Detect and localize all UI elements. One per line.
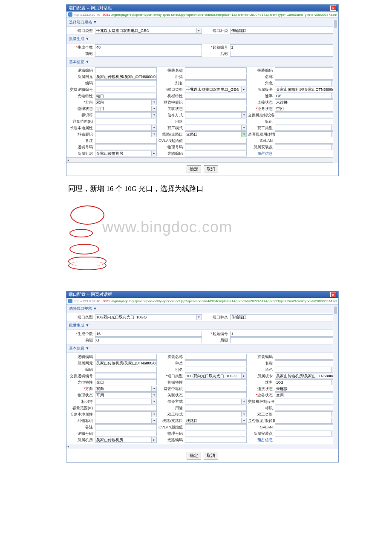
conn-state-input[interactable]: [275, 386, 337, 392]
start-no-input[interactable]: [230, 44, 337, 50]
chevron-down-icon[interactable]: ▾: [242, 411, 247, 417]
cancel-button[interactable]: 取消: [204, 165, 218, 173]
nms-tag-input[interactable]: [185, 386, 247, 392]
switch-ctrl-input[interactable]: [275, 112, 337, 118]
lookup-icon[interactable]: ▸: [152, 150, 157, 156]
svlan-input[interactable]: [275, 138, 337, 144]
splice-name-input[interactable]: [185, 354, 247, 360]
err-tag-input[interactable]: [95, 418, 152, 424]
code-input[interactable]: [95, 367, 157, 373]
owner-room-input[interactable]: [95, 437, 152, 443]
chevron-down-icon[interactable]: ▾: [152, 399, 157, 405]
rel-state-input[interactable]: [185, 106, 247, 112]
install-pt-input[interactable]: [275, 431, 331, 436]
reuse-attr-input[interactable]: [275, 131, 331, 137]
identifier-input[interactable]: [95, 399, 152, 405]
chevron-down-icon[interactable]: ▾: [197, 314, 202, 320]
port-type-input[interactable]: [95, 28, 197, 34]
h-scrollbar[interactable]: ◂▸: [66, 157, 338, 162]
usage-input[interactable]: [185, 405, 247, 411]
phy-state-input[interactable]: [95, 392, 152, 398]
cancel-button[interactable]: 取消: [204, 452, 218, 460]
cvlan-input[interactable]: [185, 138, 247, 144]
lookup-icon[interactable]: ▸: [242, 87, 247, 92]
v-scrollbar[interactable]: [333, 306, 338, 449]
section-batch[interactable]: 批量生成 ▼: [66, 35, 338, 43]
biz-state-input[interactable]: [275, 392, 337, 398]
switch-ctrl-input[interactable]: [275, 399, 337, 405]
name-input[interactable]: [275, 360, 337, 366]
ok-button[interactable]: 确定: [187, 452, 201, 460]
logic-no-input[interactable]: [95, 431, 157, 436]
lookup-icon[interactable]: ▸: [242, 373, 247, 379]
long-local-input[interactable]: [95, 411, 152, 417]
direction-input[interactable]: [95, 99, 152, 105]
logic-code-input[interactable]: [95, 67, 157, 73]
splice-name-input[interactable]: [185, 67, 247, 73]
port-type-input[interactable]: [95, 314, 197, 320]
chevron-down-icon[interactable]: ▾: [152, 411, 157, 417]
tag-input[interactable]: [275, 405, 337, 411]
rate-input[interactable]: [275, 379, 331, 385]
long-local-input[interactable]: [95, 125, 152, 131]
cap-range-input[interactable]: [95, 119, 157, 124]
usage-input[interactable]: [185, 119, 247, 124]
port-type2-input[interactable]: [185, 373, 242, 379]
prefix-input[interactable]: [95, 337, 202, 343]
chevron-down-icon[interactable]: ▾: [242, 131, 247, 137]
kind-input[interactable]: [185, 74, 247, 80]
logic-code-input[interactable]: [95, 354, 157, 360]
code-input[interactable]: [95, 80, 157, 86]
chevron-down-icon[interactable]: ▾: [152, 392, 157, 398]
switch-logic-input[interactable]: [95, 87, 157, 92]
splice-code-input[interactable]: [275, 67, 337, 73]
mech-char-input[interactable]: [185, 93, 247, 99]
oe-char-input[interactable]: [95, 379, 157, 385]
chevron-down-icon[interactable]: ▾: [152, 106, 157, 112]
section-basic[interactable]: 基本信息 ▼: [66, 58, 338, 66]
gen-count-input[interactable]: [95, 44, 202, 50]
port-type2-input[interactable]: [185, 87, 242, 92]
section-batch[interactable]: 批量生成 ▼: [66, 321, 338, 330]
rel-state-input[interactable]: [185, 392, 247, 398]
chevron-down-icon[interactable]: ▾: [152, 386, 157, 392]
cvlan-input[interactable]: [185, 424, 247, 430]
conn-state-input[interactable]: [275, 99, 337, 105]
owner-ne-input[interactable]: [95, 74, 157, 80]
splice-code-input[interactable]: [275, 354, 337, 360]
mech-char-input[interactable]: [185, 379, 247, 385]
chevron-down-icon[interactable]: ▾: [242, 125, 247, 131]
optical-code-input[interactable]: [185, 437, 247, 443]
cap-range-input[interactable]: [95, 405, 157, 411]
line-branch-input[interactable]: [185, 131, 242, 137]
owner-ne-input[interactable]: [95, 360, 157, 366]
chevron-down-icon[interactable]: ▾: [197, 28, 202, 34]
alias-input[interactable]: [185, 80, 247, 86]
prefix-input[interactable]: [95, 51, 202, 57]
lookup-icon[interactable]: ▸: [152, 437, 157, 443]
section-port-spec[interactable]: 选择端口规格 ▼: [66, 304, 338, 313]
chevron-down-icon[interactable]: ▾: [152, 125, 157, 131]
reuse-attr-input[interactable]: [275, 418, 331, 424]
port-kind-input[interactable]: [230, 314, 337, 320]
name-input[interactable]: [275, 74, 337, 80]
port-kind-input[interactable]: [230, 28, 337, 34]
close-icon[interactable]: ✕: [330, 292, 336, 297]
sig-mode-input[interactable]: [185, 112, 242, 118]
duplex-input[interactable]: [185, 411, 242, 417]
chevron-down-icon[interactable]: ▾: [152, 99, 157, 105]
switch-logic-input[interactable]: [95, 373, 157, 379]
install-pt-input[interactable]: [275, 144, 331, 150]
arrow-left-icon[interactable]: ◂: [67, 445, 69, 448]
role-input[interactable]: [275, 80, 331, 86]
start-no-input[interactable]: [230, 331, 337, 337]
v-scrollbar[interactable]: [333, 19, 338, 163]
chevron-down-icon[interactable]: ▾: [242, 112, 247, 118]
identifier-input[interactable]: [95, 112, 152, 118]
section-basic[interactable]: 基本信息 ▼: [66, 344, 338, 353]
chevron-down-icon[interactable]: ▾: [242, 418, 247, 424]
chevron-down-icon[interactable]: ▾: [152, 418, 157, 424]
owner-card-input[interactable]: [275, 87, 337, 92]
suffix-input[interactable]: [230, 51, 337, 57]
section-port-spec[interactable]: 选择端口规格 ▼: [66, 18, 338, 27]
